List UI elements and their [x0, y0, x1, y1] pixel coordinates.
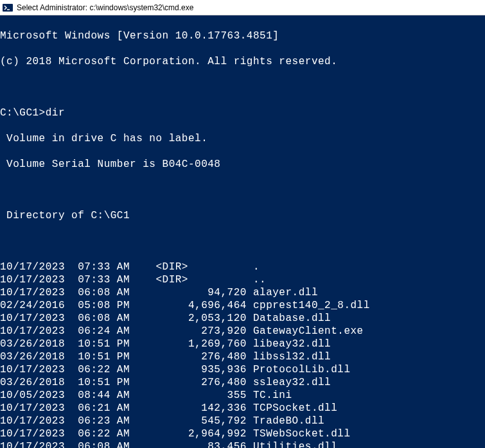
- file-entry: 10/17/2023 07:33 AM <DIR> ..: [0, 273, 485, 286]
- file-entry: 10/17/2023 06:22 AM 2,964,992 TSWebSocke…: [0, 427, 485, 440]
- command-text: dir: [46, 107, 65, 119]
- volume-serial-line: Volume Serial Number is B04C-0048: [0, 158, 485, 171]
- file-entry: 10/05/2023 08:44 AM 355 TC.ini: [0, 389, 485, 402]
- blank-line: [0, 184, 485, 196]
- file-entry: 10/17/2023 06:08 AM 2,053,120 Database.d…: [0, 312, 485, 325]
- file-entry: 03/26/2018 10:51 PM 1,269,760 libeay32.d…: [0, 338, 485, 350]
- titlebar-text: Select Administrator: c:\windows\system3…: [17, 3, 193, 12]
- terminal-output[interactable]: Microsoft Windows [Version 10.0.17763.48…: [0, 15, 485, 448]
- file-entry: 10/17/2023 06:08 AM 94,720 alayer.dll: [0, 286, 485, 299]
- volume-label-line: Volume in drive C has no label.: [0, 132, 485, 145]
- file-entry: 10/17/2023 07:33 AM <DIR> .: [0, 261, 485, 273]
- command-line: C:\GC1>dir: [0, 107, 485, 119]
- file-entry: 10/17/2023 06:24 AM 273,920 GatewayClien…: [0, 325, 485, 338]
- file-entry: 02/24/2016 05:08 PM 4,696,464 cpprest140…: [0, 299, 485, 312]
- file-entry: 03/26/2018 10:51 PM 276,480 ssleay32.dll: [0, 376, 485, 389]
- prompt: C:\GC1>: [0, 107, 46, 119]
- file-listing: 10/17/2023 07:33 AM <DIR> .10/17/2023 07…: [0, 261, 485, 448]
- file-entry: 10/17/2023 06:08 AM 83,456 Utilities.dll: [0, 440, 485, 448]
- file-entry: 10/17/2023 06:22 AM 935,936 ProtocolLib.…: [0, 363, 485, 376]
- file-entry: 10/17/2023 06:21 AM 142,336 TCPSocket.dl…: [0, 402, 485, 415]
- file-entry: 10/17/2023 06:23 AM 545,792 TradeBO.dll: [0, 415, 485, 427]
- blank-line: [0, 235, 485, 248]
- svg-rect-0: [3, 4, 13, 12]
- powershell-icon: [3, 3, 13, 13]
- version-line: Microsoft Windows [Version 10.0.17763.48…: [0, 30, 485, 42]
- file-entry: 03/26/2018 10:51 PM 276,480 libssl32.dll: [0, 350, 485, 363]
- titlebar[interactable]: Select Administrator: c:\windows\system3…: [0, 0, 485, 15]
- blank-line: [0, 81, 485, 94]
- directory-of-line: Directory of C:\GC1: [0, 209, 485, 222]
- copyright-line: (c) 2018 Microsoft Corporation. All righ…: [0, 55, 485, 68]
